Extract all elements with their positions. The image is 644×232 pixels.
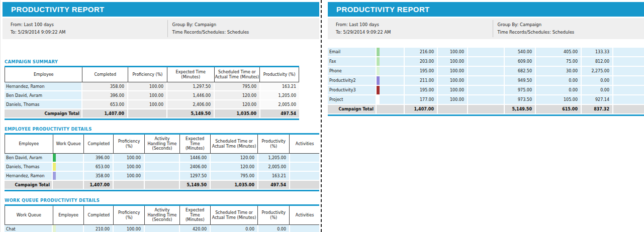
cell-value: 1,407.00 xyxy=(405,105,438,113)
info-to: To: 5/29/2014 9:09:22 AM xyxy=(11,29,167,36)
table-row: Hernandez, Ramon358.00100.001,297.50795.… xyxy=(5,82,299,90)
report-title-bar: PRODUCTIVITY REPORT xyxy=(3,2,319,17)
cell-value: 0.00 xyxy=(258,225,290,232)
cell-value xyxy=(145,225,180,232)
cell-value xyxy=(290,181,319,189)
cell-value: 1,205.00 xyxy=(258,154,290,162)
info-time-records: Time Records/Schedules: Schedules xyxy=(498,29,575,36)
cell-value xyxy=(53,181,84,189)
cell-value xyxy=(290,163,319,171)
cell-value: 216.00 xyxy=(405,48,438,56)
info-grouping: Group By: Campaign Time Records/Schedule… xyxy=(167,18,249,39)
cell-value: 100.00 xyxy=(438,57,468,66)
cell-value xyxy=(613,95,644,104)
cell-value: 2,406.00 xyxy=(167,100,215,108)
row-label: Hernandez, Ramon xyxy=(5,172,53,180)
report-info-bar: From: Last 100 days To: 5/29/2014 9:09:2… xyxy=(328,18,644,39)
column-header: Productivity (%) xyxy=(258,206,290,224)
cell-value: 1,446.00 xyxy=(167,91,215,99)
total-label: Campaign Total xyxy=(5,109,82,118)
section-title-work-queue-details: WORK QUEUE PRODUCTIVITY DETAILS xyxy=(5,198,319,203)
series-color-bar xyxy=(53,225,56,232)
report-page-1: PRODUCTIVITY REPORT From: Last 100 days … xyxy=(3,0,319,232)
info-divider xyxy=(167,20,168,37)
column-header: Proficiency (%) xyxy=(114,206,145,224)
cell-value xyxy=(377,57,405,66)
cell-value xyxy=(377,105,405,113)
column-header: Scheduled Time or Actual Time (Minutes) xyxy=(215,67,260,82)
cell-value: 120.00 xyxy=(211,163,258,171)
report-page-2: PRODUCTIVITY REPORT From: Last 100 days … xyxy=(328,0,644,232)
cell-value xyxy=(377,86,405,94)
report-title: PRODUCTIVITY REPORT xyxy=(336,5,430,14)
row-label: Project xyxy=(328,95,377,104)
cell-value xyxy=(468,67,505,75)
table-bottom-rule xyxy=(5,119,299,120)
row-label: Productivity2 xyxy=(328,76,377,85)
cell-value: 100.00 xyxy=(438,76,468,85)
cell-value: 120.00 xyxy=(215,100,260,108)
column-header: Expected Time (Minutes) xyxy=(180,135,211,153)
section-title-employee-details: EMPLOYEE PRODUCTIVITY DETAILS xyxy=(5,127,319,132)
cell-value xyxy=(613,67,644,75)
table-row: Productivity3195.00100.00975.000.000.00 xyxy=(328,86,644,94)
cell-value: 949.50 xyxy=(505,76,536,85)
cell-value xyxy=(613,86,644,94)
cell-value: 195.00 xyxy=(405,86,438,94)
cell-value: 1297.50 xyxy=(180,172,211,180)
table-row: Daniels, Thomas653.00100.002406.00120.00… xyxy=(5,163,319,171)
cell-value: 682.50 xyxy=(505,67,536,75)
cell-value: 812.00 xyxy=(582,57,613,66)
cell-value: 105.00 xyxy=(536,95,582,104)
cell-value: 615.00 xyxy=(536,105,582,113)
table-bottom-rule xyxy=(328,114,644,116)
cell-value xyxy=(53,163,84,171)
cell-value xyxy=(377,76,405,85)
column-header: Productivity (%) xyxy=(258,135,290,153)
cell-value: 100.00 xyxy=(114,154,145,162)
cell-value: 927.14 xyxy=(582,95,613,104)
employee-details-table: EmployeeWork QueueCompletedProficiency (… xyxy=(5,135,319,191)
info-divider xyxy=(493,20,493,37)
column-header: Activity Handling Time (Seconds) xyxy=(145,206,180,224)
cell-value: 405.00 xyxy=(536,48,582,56)
cell-value xyxy=(114,181,145,189)
report-preview-canvas: PRODUCTIVITY REPORT From: Last 100 days … xyxy=(0,0,644,232)
cell-value: 0.00 xyxy=(536,76,582,85)
cell-value xyxy=(145,154,180,162)
cell-value: 1,035.00 xyxy=(215,109,260,118)
cell-value: 100.00 xyxy=(114,163,145,171)
cell-value xyxy=(377,67,405,75)
row-label: Productivity3 xyxy=(328,86,377,94)
info-time-records: Time Records/Schedules: Schedules xyxy=(172,29,249,36)
table-row: Fax203.00100.00609.0075.00812.00 xyxy=(328,57,644,66)
cell-value: 1446.00 xyxy=(180,154,211,162)
total-label: Campaign Total xyxy=(5,181,53,189)
cell-value: 497.54 xyxy=(260,109,299,118)
table-header-row: Work QueueEmployeeCompletedProficiency (… xyxy=(5,206,319,225)
cell-value: 163.21 xyxy=(258,172,290,180)
cell-value: 100.00 xyxy=(438,86,468,94)
cell-value: 653.00 xyxy=(82,100,128,108)
cell-value: 100.00 xyxy=(438,67,468,75)
info-group-by: Group By: Campaign xyxy=(172,21,249,29)
series-color-bar xyxy=(53,163,56,171)
column-header: Employee xyxy=(5,67,82,82)
row-label: Daniels, Thomas xyxy=(5,163,53,171)
cell-value: 203.00 xyxy=(405,57,438,66)
cell-value: 100.00 xyxy=(128,100,167,108)
section-work-queue-details: WORK QUEUE PRODUCTIVITY DETAILS Work Que… xyxy=(3,198,319,232)
cell-value: 396.00 xyxy=(82,91,128,99)
cell-value xyxy=(53,225,84,232)
column-header: Employee xyxy=(5,135,53,153)
cell-value: 0.00 xyxy=(211,225,258,232)
table-bottom-rule xyxy=(5,190,319,191)
column-header: Productivity (%) xyxy=(260,67,299,82)
info-from: From: Last 100 days xyxy=(336,21,493,29)
column-header: Work Queue xyxy=(5,206,53,224)
cell-value: 163.21 xyxy=(260,82,299,90)
cell-value xyxy=(290,172,319,180)
table-row: Phone195.00100.00682.5030.002,275.00 xyxy=(328,67,644,75)
cell-value xyxy=(613,105,644,113)
cell-value xyxy=(613,57,644,66)
